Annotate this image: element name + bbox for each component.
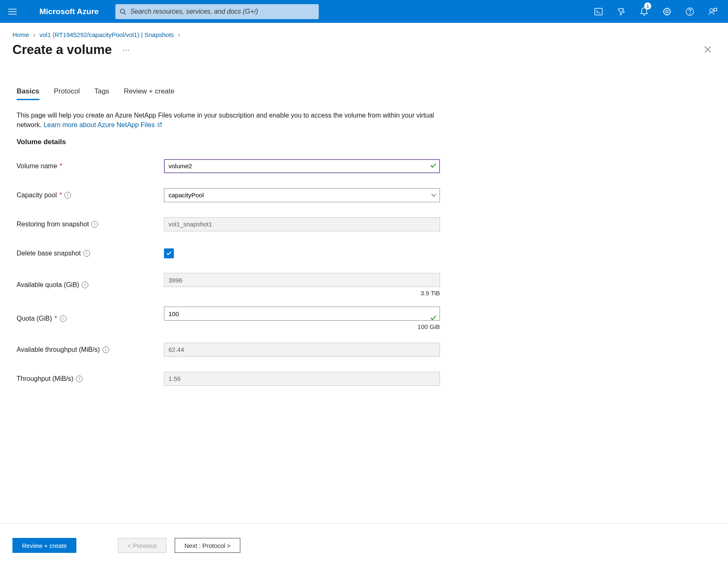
row-volume-name: Volume name * [17, 157, 711, 175]
hint-available-quota: 3.9 TiB [164, 290, 440, 297]
breadcrumb-home[interactable]: Home [12, 31, 29, 38]
row-available-quota: Available quota (GiB) i 3.9 TiB [17, 273, 711, 297]
breadcrumb-item-1[interactable]: vol1 (RT1945292/capacityPool/vol1) | Sna… [39, 31, 174, 38]
label-restoring: Restoring from snapshot [17, 221, 89, 228]
row-quota: Quota (GiB) * i 100 GiB [17, 307, 711, 330]
tab-basics[interactable]: Basics [17, 87, 39, 100]
select-capacity-pool[interactable] [164, 188, 440, 202]
tab-review[interactable]: Review + create [124, 87, 174, 100]
chevron-down-icon[interactable] [431, 192, 437, 199]
input-throughput [164, 372, 440, 386]
label-throughput: Throughput (MiB/s) [17, 375, 73, 383]
chevron-right-icon: › [33, 31, 35, 38]
next-button[interactable]: Next : Protocol > [175, 538, 240, 553]
tab-tags[interactable]: Tags [94, 87, 109, 100]
header-icons: 1 [587, 0, 724, 23]
info-icon[interactable]: i [76, 376, 83, 382]
info-icon[interactable]: i [103, 346, 109, 353]
footer-bar: Review + create < Previous Next : Protoc… [0, 523, 728, 567]
search-icon [120, 8, 126, 15]
input-available-quota [164, 273, 440, 287]
row-restoring: Restoring from snapshot i [17, 215, 711, 233]
settings-icon[interactable] [655, 0, 678, 23]
search-input[interactable] [129, 7, 315, 16]
more-actions-button[interactable]: ⋯ [122, 45, 130, 54]
close-button[interactable] [704, 46, 711, 54]
previous-button: < Previous [118, 538, 166, 553]
input-volume-name[interactable] [164, 159, 440, 173]
info-icon[interactable]: i [60, 315, 66, 322]
content-scroll[interactable]: Basics Protocol Tags Review + create Thi… [0, 71, 728, 523]
title-row: Create a volume ⋯ [0, 40, 728, 70]
directory-filter-icon[interactable] [610, 0, 633, 23]
help-icon[interactable] [678, 0, 701, 23]
search-box[interactable] [115, 4, 319, 19]
tab-protocol[interactable]: Protocol [54, 87, 80, 100]
checkbox-delete-base[interactable] [164, 248, 174, 258]
svg-rect-5 [595, 8, 602, 15]
learn-more-link[interactable]: Learn more about Azure NetApp Files [44, 121, 162, 128]
input-available-throughput [164, 343, 440, 357]
label-capacity-pool: Capacity pool [17, 191, 57, 199]
svg-point-9 [689, 13, 690, 14]
row-capacity-pool: Capacity pool * i [17, 186, 711, 204]
menu-button[interactable] [4, 3, 21, 20]
label-quota: Quota (GiB) [17, 315, 52, 322]
svg-point-10 [710, 9, 713, 12]
svg-point-3 [120, 9, 125, 13]
input-restoring [164, 217, 440, 231]
label-available-throughput: Available throughput (MiB/s) [17, 346, 100, 353]
info-icon[interactable]: i [82, 282, 88, 288]
breadcrumb: Home › vol1 (RT1945292/capacityPool/vol1… [0, 23, 728, 40]
azure-header: Microsoft Azure 1 [0, 0, 728, 23]
row-available-throughput: Available throughput (MiB/s) i [17, 340, 711, 359]
required-mark: * [60, 162, 62, 170]
tab-bar: Basics Protocol Tags Review + create [17, 87, 711, 100]
info-icon[interactable]: i [91, 221, 98, 228]
chevron-right-icon: › [178, 31, 180, 38]
svg-point-7 [666, 10, 668, 13]
input-quota[interactable] [164, 307, 440, 321]
review-create-button[interactable]: Review + create [12, 538, 76, 553]
required-mark: * [54, 315, 57, 322]
external-link-icon [157, 122, 162, 127]
page-title: Create a volume [12, 42, 112, 57]
brand-label[interactable]: Microsoft Azure [39, 7, 99, 16]
hint-quota: 100 GiB [164, 323, 440, 330]
row-throughput: Throughput (MiB/s) i [17, 369, 711, 388]
cloud-shell-icon[interactable] [587, 0, 610, 23]
feedback-icon[interactable] [701, 0, 724, 23]
info-icon[interactable]: i [64, 192, 71, 199]
intro-text: This page will help you create an Azure … [17, 110, 444, 130]
label-volume-name: Volume name [17, 162, 57, 170]
label-available-quota: Available quota (GiB) [17, 281, 79, 289]
svg-line-4 [124, 13, 126, 15]
notification-badge: 1 [644, 2, 651, 10]
section-volume-details: Volume details [17, 138, 711, 146]
notifications-icon[interactable]: 1 [633, 0, 655, 23]
info-icon[interactable]: i [83, 250, 90, 257]
row-delete-base: Delete base snapshot i [17, 244, 711, 263]
label-delete-base: Delete base snapshot [17, 250, 81, 257]
required-mark: * [59, 191, 62, 199]
